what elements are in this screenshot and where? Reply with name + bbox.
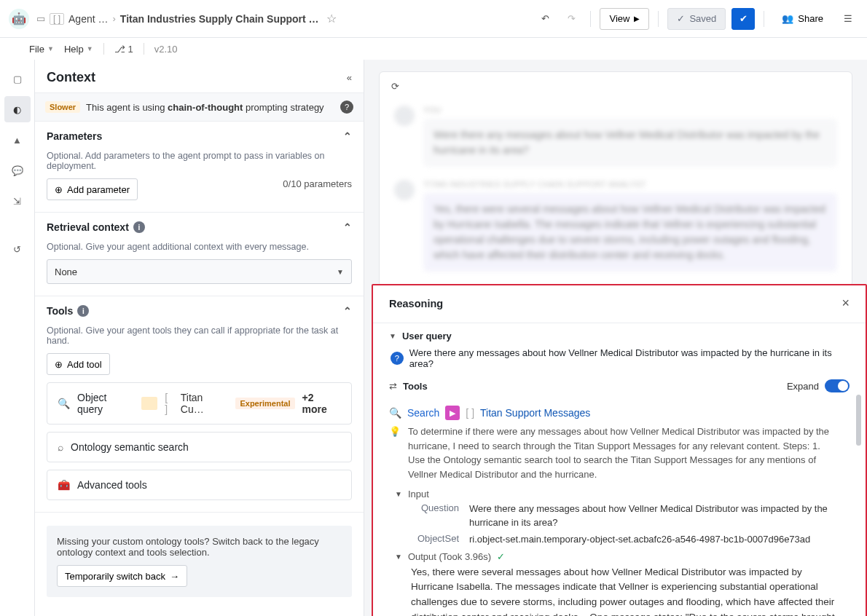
switch-back-button[interactable]: Temporarily switch back→: [57, 565, 187, 587]
fork-icon: ⎇: [114, 44, 125, 55]
search-label: Search: [407, 407, 439, 419]
expand-toggle[interactable]: [825, 379, 850, 392]
fork-number: 1: [128, 44, 133, 55]
chat-user-message: Were there any messages about how Vellne…: [423, 119, 837, 167]
breadcrumb-agent[interactable]: Agent …: [68, 13, 108, 25]
user-avatar: [394, 106, 415, 126]
more-count: +2 more: [302, 392, 341, 415]
file-label: File: [29, 44, 44, 55]
publish-button[interactable]: ✔: [731, 8, 755, 30]
switch-back-label: Temporarily switch back: [65, 571, 165, 582]
view-label: View: [609, 13, 629, 24]
tools-label: Tools: [403, 381, 428, 392]
slower-badge: Slower: [45, 101, 80, 113]
undo-icon[interactable]: ↶: [535, 9, 555, 29]
collapse-left-icon[interactable]: «: [347, 72, 352, 83]
tools-header-row[interactable]: ⇄ Tools Expand: [389, 379, 850, 392]
rail-item-overview[interactable]: ▢: [4, 66, 31, 92]
search-object-name: Titan Support Messages: [480, 407, 590, 419]
tool-label: Object query: [77, 392, 134, 415]
rail-item-context[interactable]: ◐: [4, 96, 31, 122]
context-title: Context: [47, 70, 95, 85]
rail-item-history[interactable]: ↺: [4, 236, 31, 262]
scrollbar[interactable]: [856, 395, 861, 446]
rail-item-export[interactable]: ⇲: [4, 188, 31, 214]
view-button[interactable]: View▶: [600, 8, 649, 30]
help-menu[interactable]: Help▼: [64, 44, 93, 55]
expand-label: Expand: [787, 381, 819, 392]
redo-icon[interactable]: ↷: [561, 9, 581, 29]
chevron-down-icon: ▼: [47, 45, 54, 52]
top-bar: 🤖 ▭ [ ] Agent … › Titan Industries Suppl…: [0, 0, 867, 38]
file-menu[interactable]: File▼: [29, 44, 54, 55]
user-query-label: User query: [402, 331, 452, 341]
output-label: Output (Took 3.96s): [408, 551, 491, 562]
lightbulb-icon: 💡: [389, 425, 401, 481]
info-icon[interactable]: i: [77, 305, 89, 317]
divider: [764, 11, 764, 27]
list-icon[interactable]: ☰: [838, 9, 858, 29]
tool-ontology-search[interactable]: ⌕ Ontology semantic search: [47, 432, 352, 462]
check-icon: ✓: [677, 13, 685, 24]
tools-hint: Optional. Give your agent tools they can…: [47, 325, 352, 346]
share-button[interactable]: 👥Share: [773, 8, 832, 30]
tools-arrows-icon: ⇄: [389, 381, 397, 392]
folder-icon: ▭: [36, 13, 45, 24]
plus-circle-icon: ⊕: [55, 359, 63, 370]
share-label: Share: [798, 13, 823, 24]
output-header[interactable]: ▼ Output (Took 3.96s) ✓: [395, 551, 839, 562]
banner-pre: This agent is using: [86, 102, 168, 113]
caret-down-icon: ▼: [395, 553, 402, 561]
retrieval-title: Retrieval context: [47, 221, 129, 233]
search-namespace: [ ]: [466, 407, 474, 419]
user-query-header[interactable]: ▼ User query: [389, 331, 850, 341]
close-icon[interactable]: ×: [842, 296, 850, 311]
tool-label: Ontology semantic search: [71, 441, 189, 453]
refresh-icon[interactable]: ⟳: [391, 81, 399, 92]
chevron-up-icon: ⌃: [343, 130, 352, 142]
tool-search-line[interactable]: 🔍 Search ▶ [ ] Titan Support Messages: [389, 406, 839, 420]
plus-circle-icon: ⊕: [55, 184, 63, 195]
agent-avatar: [394, 180, 415, 200]
rail-item-data[interactable]: ▲: [4, 127, 31, 153]
tool-object-query[interactable]: 🔍 Object query [ ] Titan Cu… Experimenta…: [47, 382, 352, 425]
tools-header[interactable]: Tools i ⌃: [35, 296, 364, 325]
input-header[interactable]: ▼ Input: [395, 489, 839, 499]
question-icon: ?: [391, 352, 404, 365]
retrieval-header[interactable]: Retrieval context i ⌃: [35, 213, 364, 242]
reasoning-title: Reasoning: [389, 298, 443, 309]
agent-logo-icon: 🤖: [9, 9, 29, 29]
breadcrumb-title[interactable]: Titan Industries Supply Chain Support …: [120, 13, 319, 25]
breadcrumb: ▭ [ ] Agent … › Titan Industries Supply …: [36, 12, 337, 25]
shield-check-icon: ✔: [740, 13, 748, 24]
legacy-text: Missing your custom ontology tools? Swit…: [57, 536, 342, 558]
saved-label: Saved: [689, 13, 716, 24]
retrieval-selected: None: [55, 266, 77, 277]
ontology-icon: ⌕: [58, 441, 63, 453]
chat-card: ⟳ YOU Were there any messages about how …: [379, 71, 852, 287]
tool-label: Advanced tools: [77, 479, 147, 491]
add-tool-button[interactable]: ⊕Add tool: [47, 353, 110, 375]
help-icon[interactable]: ?: [340, 100, 353, 114]
banner-text: This agent is using chain-of-thought pro…: [86, 102, 324, 113]
info-icon[interactable]: i: [133, 221, 145, 233]
divider: [103, 43, 104, 55]
tools-title: Tools: [47, 305, 73, 317]
favorite-star-icon[interactable]: ☆: [326, 12, 337, 25]
objectset-value: ri.object-set.main.temporary-object-set.…: [469, 533, 810, 547]
rail-item-chat[interactable]: 💬: [4, 157, 31, 183]
banner-bold: chain-of-thought: [168, 102, 243, 113]
tool-advanced[interactable]: 🧰 Advanced tools: [47, 470, 352, 500]
toolbox-icon: 🧰: [58, 479, 70, 491]
tool-name: Titan Cu…: [181, 392, 229, 415]
fork-count[interactable]: ⎇1: [114, 44, 133, 55]
reasoning-thought: To determine if there were any messages …: [408, 425, 839, 481]
breadcrumb-sep-icon: ›: [113, 13, 116, 24]
retrieval-select[interactable]: None ▼: [47, 259, 352, 284]
left-rail: ▢ ◐ ▲ 💬 ⇲ ↺: [0, 60, 35, 616]
breadcrumb-namespace[interactable]: [ ]: [50, 13, 64, 25]
add-parameter-button[interactable]: ⊕Add parameter: [47, 178, 138, 200]
divider: [590, 11, 591, 27]
parameters-header[interactable]: Parameters ⌃: [35, 122, 364, 151]
parameters-title: Parameters: [47, 130, 102, 142]
